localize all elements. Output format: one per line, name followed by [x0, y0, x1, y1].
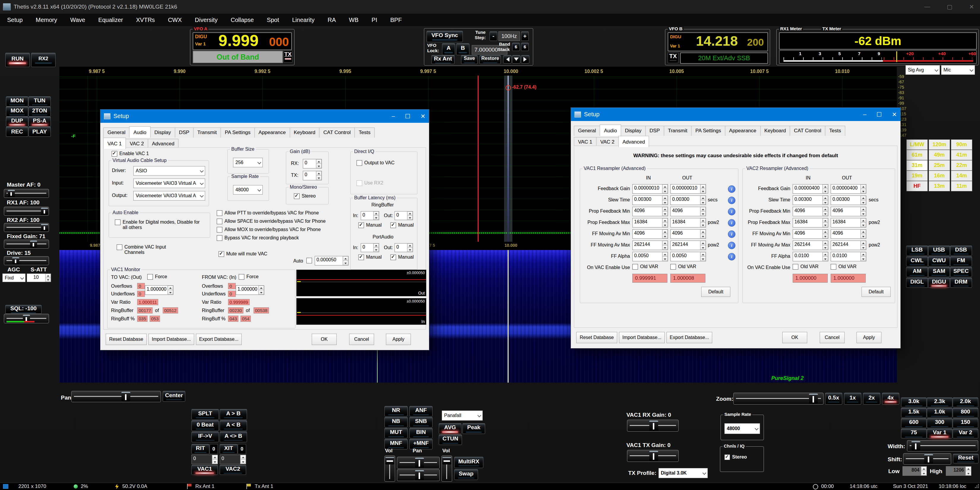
- info-icon[interactable]: i: [728, 253, 735, 260]
- mode-lsb-button[interactable]: LSB: [906, 246, 928, 256]
- band-120m-button[interactable]: 120m: [929, 140, 950, 150]
- meter-rx-select[interactable]: Sig Avg: [905, 65, 940, 75]
- stereo-checkbox[interactable]: Stereo: [724, 454, 747, 460]
- vac2-in-spinner[interactable]: 0.00300: [793, 195, 828, 205]
- vac1-in-spinner[interactable]: 16384: [632, 218, 668, 227]
- tab-transmit[interactable]: Transmit: [193, 128, 221, 138]
- dup-button[interactable]: DUP: [6, 117, 28, 127]
- zoom-2x-button[interactable]: 2x: [863, 393, 880, 404]
- vac2-in-spinner[interactable]: 16384: [793, 218, 828, 227]
- tx-profile-select[interactable]: Digital 3.0K: [659, 468, 708, 478]
- in-ratio-spinner[interactable]: 1.000000: [236, 285, 264, 295]
- tx-meter-label[interactable]: TX Meter: [821, 26, 842, 31]
- menu-cwx[interactable]: CWX: [168, 17, 182, 24]
- band-stack-1-button[interactable]: 6: [512, 43, 520, 51]
- vac2-out-spinner[interactable]: 4096: [830, 229, 866, 239]
- vac1-in-spinner[interactable]: 0.0050: [632, 252, 668, 261]
- vac2-out-spinner[interactable]: 16384: [830, 218, 866, 227]
- vac2-in-spinner[interactable]: 0.00000400: [793, 184, 828, 194]
- mode-usb-button[interactable]: USB: [928, 246, 950, 256]
- rx-gain-spinner[interactable]: 0: [303, 159, 322, 168]
- rit-spinner[interactable]: 0: [191, 455, 218, 464]
- ring-in-spinner[interactable]: 0: [361, 211, 379, 220]
- cancel-button[interactable]: Cancel: [820, 332, 845, 343]
- rx-ant-button[interactable]: Rx Ant: [431, 55, 455, 64]
- filter-1-0k-button[interactable]: 1.0k: [927, 408, 952, 418]
- rx1-af-slider[interactable]: [4, 207, 49, 216]
- filter-600-button[interactable]: 600: [901, 418, 927, 428]
- info-icon[interactable]: i: [728, 186, 735, 193]
- cancel-button[interactable]: Cancel: [349, 334, 374, 345]
- a-to-b-button[interactable]: A > B: [220, 409, 247, 420]
- tab-keyboard[interactable]: Keyboard: [290, 128, 320, 138]
- band-61m-button[interactable]: 61m: [906, 150, 928, 160]
- vac2-out-spinner[interactable]: 0.00300: [830, 195, 866, 205]
- tx-gain-spinner[interactable]: 0: [303, 171, 322, 180]
- mode-dsb-button[interactable]: DSB: [950, 246, 972, 256]
- close-icon[interactable]: ✕: [892, 111, 897, 118]
- tab-dsp[interactable]: DSP: [175, 128, 194, 138]
- zoom-05x-button[interactable]: 0.5x: [825, 393, 842, 404]
- zoom-1x-button[interactable]: 1x: [844, 393, 861, 404]
- drive-slider[interactable]: [4, 256, 49, 265]
- pa-out-spinner[interactable]: 0: [395, 243, 413, 252]
- vac1-tx-gain-slider[interactable]: [627, 450, 679, 462]
- tune-step-up-button[interactable]: +: [521, 32, 529, 41]
- import-database-button[interactable]: Import Database...: [619, 332, 665, 343]
- vfo-a-tx-button[interactable]: TX: [283, 51, 293, 63]
- auto-threshold-spinner[interactable]: 0.000050: [315, 256, 348, 265]
- output-select[interactable]: Voicemeeter VAIO3 Virtual A: [133, 191, 205, 200]
- master-af-slider[interactable]: [4, 189, 49, 198]
- menu-wb[interactable]: WB: [349, 17, 358, 24]
- allow-space-checkbox[interactable]: Allow SPACE to override/bypass VAC for P…: [217, 219, 326, 224]
- band-22m-button[interactable]: 22m: [951, 160, 972, 171]
- run-button[interactable]: RUN: [5, 53, 30, 67]
- band-90m-button[interactable]: 90m: [951, 140, 972, 150]
- save-button[interactable]: Save: [461, 55, 478, 64]
- band-13m-button[interactable]: 13m: [929, 181, 950, 191]
- vac2-in-spinner[interactable]: 262144: [793, 241, 828, 250]
- vfo-b-tx-button[interactable]: TX: [668, 52, 678, 63]
- vac2-default-button[interactable]: Default: [862, 287, 891, 297]
- setup-dialog-advanced[interactable]: Setup – ☐ ✕ General Audio Display DSP Tr…: [571, 107, 901, 349]
- mode-drm-button[interactable]: DRM: [950, 278, 972, 288]
- enable-vac1-checkbox[interactable]: Enable VAC 1: [111, 151, 149, 157]
- vfo-b-display[interactable]: DIGU Var 1 14.218 200: [668, 32, 768, 51]
- sample-rate-select[interactable]: 48000: [724, 423, 760, 434]
- reset-database-button[interactable]: Reset Database: [576, 332, 617, 343]
- tab-transmit[interactable]: Transmit: [664, 126, 692, 136]
- vac1-out-spinner[interactable]: 16384: [670, 218, 706, 227]
- rx2-af-slider[interactable]: [4, 223, 49, 232]
- tab-appearance[interactable]: Appearance: [725, 126, 760, 136]
- apply-button[interactable]: Apply: [856, 332, 881, 343]
- vac1-out-oldvar-checkbox[interactable]: Old VAR: [670, 264, 696, 270]
- dialog-title-bar[interactable]: Setup – ☐ ✕: [100, 109, 429, 123]
- sql-slider[interactable]: [4, 314, 49, 323]
- menu-collapse[interactable]: Collapse: [231, 17, 254, 24]
- info-icon[interactable]: i: [728, 208, 735, 215]
- tab-display[interactable]: Display: [150, 128, 175, 138]
- band-16m-button[interactable]: 16m: [929, 171, 950, 181]
- fixed-gain-slider[interactable]: [4, 239, 49, 249]
- if-to-v-button[interactable]: IF->V: [191, 431, 219, 442]
- snb-button[interactable]: SNB: [409, 417, 433, 427]
- vfo-b-frequency[interactable]: 14.218: [696, 33, 738, 49]
- vac1-in-spinner[interactable]: 4096: [632, 229, 668, 239]
- band-hf-button[interactable]: HF: [906, 181, 928, 191]
- menu-setup[interactable]: Setup: [7, 17, 22, 24]
- vac2-in-spinner[interactable]: 4096: [793, 229, 828, 239]
- agc-select[interactable]: Fixd: [2, 273, 25, 282]
- vac2-out-spinner[interactable]: 4096: [830, 207, 866, 216]
- band-left-arrow-button[interactable]: [503, 55, 512, 63]
- minimize-icon[interactable]: –: [391, 113, 395, 119]
- dialog-stereo-checkbox[interactable]: Stereo: [294, 193, 316, 199]
- vfo-b-frequency-khz[interactable]: 200: [747, 36, 764, 48]
- filter-var1-button[interactable]: Var 1: [927, 428, 952, 438]
- zoom-slider[interactable]: [733, 393, 824, 404]
- pa-out-manual-checkbox[interactable]: Manual: [390, 254, 414, 260]
- band-49m-button[interactable]: 49m: [929, 150, 950, 160]
- tab-dsp[interactable]: DSP: [646, 126, 664, 136]
- vac2-out-spinner[interactable]: 262144: [830, 241, 866, 250]
- vac1-out-spinner[interactable]: 0.00000010: [670, 184, 706, 194]
- band-25m-button[interactable]: 25m: [929, 160, 950, 171]
